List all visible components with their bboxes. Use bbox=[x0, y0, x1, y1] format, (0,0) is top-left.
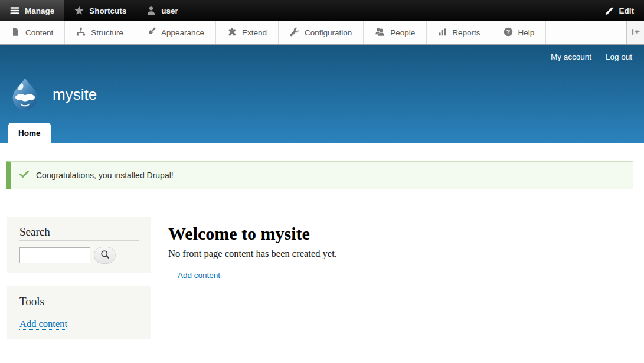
page-title: Welcome to mysite bbox=[168, 224, 337, 243]
toolbar-item-user[interactable]: user bbox=[136, 0, 188, 21]
toolbar-item-label: Manage bbox=[25, 6, 54, 15]
block-divider bbox=[19, 310, 139, 310]
tray-item-structure[interactable]: Structure bbox=[65, 21, 135, 44]
magnifier-icon bbox=[100, 250, 110, 261]
site-header: My account Log out mysite Home bbox=[0, 45, 644, 143]
pencil-icon bbox=[605, 6, 614, 15]
file-icon bbox=[11, 27, 20, 38]
status-message: Congratulations, you installed Drupal! bbox=[6, 161, 633, 189]
druplicon-logo[interactable] bbox=[8, 77, 42, 113]
puzzle-icon bbox=[227, 27, 237, 38]
toolbar-item-label: user bbox=[161, 6, 178, 15]
tray-item-label: People bbox=[390, 28, 415, 37]
toolbar-orientation-toggle-icon bbox=[631, 27, 640, 39]
add-content-link[interactable]: Add content bbox=[178, 271, 220, 280]
edit-label: Edit bbox=[619, 6, 635, 15]
tray-item-label: Appearance bbox=[161, 28, 204, 37]
search-block-title: Search bbox=[19, 225, 139, 238]
empty-frontpage-text: No front page content has been created y… bbox=[168, 248, 337, 260]
tray-spacer bbox=[546, 21, 626, 44]
user-icon bbox=[146, 6, 156, 15]
menu-icon bbox=[10, 6, 19, 15]
sidebar: Search Tools Add content bbox=[7, 217, 151, 339]
tray-item-label: Help bbox=[518, 28, 535, 37]
tray-item-extend[interactable]: Extend bbox=[216, 21, 279, 44]
site-branding[interactable]: mysite bbox=[8, 77, 97, 113]
admin-toolbar: Manage Shortcuts user Edit bbox=[0, 0, 644, 21]
toolbar-item-manage[interactable]: Manage bbox=[0, 0, 64, 21]
tools-block-title: Tools bbox=[19, 295, 139, 308]
wrench-icon bbox=[290, 27, 299, 38]
tray-item-configuration[interactable]: Configuration bbox=[279, 21, 364, 44]
checkmark-icon bbox=[19, 170, 29, 181]
node-links: Add content bbox=[178, 270, 337, 280]
tray-item-label: Content bbox=[25, 28, 53, 37]
tray-item-label: Structure bbox=[91, 28, 123, 37]
page-layout: Search Tools Add content Welcome to mysi… bbox=[6, 217, 633, 339]
admin-tray: Content Structure Appearance Extend Conf… bbox=[0, 21, 644, 45]
tray-item-label: Extend bbox=[242, 28, 267, 37]
content-region: Congratulations, you installed Drupal! S… bbox=[0, 161, 644, 339]
bar-chart-icon bbox=[438, 27, 447, 38]
status-message-text: Congratulations, you installed Drupal! bbox=[36, 171, 174, 180]
toolbar-spacer bbox=[188, 0, 595, 21]
tools-block: Tools Add content bbox=[7, 286, 151, 339]
block-divider bbox=[19, 240, 139, 241]
search-form bbox=[19, 247, 139, 264]
people-icon bbox=[375, 27, 385, 38]
primary-tabs: Home bbox=[8, 123, 51, 143]
toolbar-orientation-toggle[interactable] bbox=[626, 21, 644, 44]
toolbar-item-label: Shortcuts bbox=[89, 6, 126, 15]
log-out-link[interactable]: Log out bbox=[606, 53, 632, 61]
paintbrush-icon bbox=[146, 27, 156, 38]
toolbar-item-shortcuts[interactable]: Shortcuts bbox=[64, 0, 136, 21]
tab-home[interactable]: Home bbox=[8, 123, 51, 143]
sitemap-icon bbox=[76, 27, 86, 38]
tray-item-content[interactable]: Content bbox=[0, 21, 65, 44]
tools-menu: Add content bbox=[19, 318, 139, 330]
star-icon bbox=[74, 6, 84, 15]
search-input[interactable] bbox=[19, 247, 90, 263]
svg-text:?: ? bbox=[506, 28, 509, 35]
site-name[interactable]: mysite bbox=[53, 86, 97, 104]
tray-item-label: Reports bbox=[452, 28, 480, 37]
help-icon: ? bbox=[504, 27, 513, 38]
tray-item-people[interactable]: People bbox=[364, 21, 427, 44]
tray-item-reports[interactable]: Reports bbox=[427, 21, 492, 44]
edit-button[interactable]: Edit bbox=[595, 0, 644, 21]
secondary-menu: My account Log out bbox=[551, 53, 632, 61]
tray-item-label: Configuration bbox=[305, 28, 352, 37]
search-block: Search bbox=[7, 217, 151, 273]
tools-add-content-link[interactable]: Add content bbox=[19, 318, 67, 330]
main-content: Welcome to mysite No front page content … bbox=[168, 217, 337, 339]
tray-item-help[interactable]: ? Help bbox=[492, 21, 547, 44]
search-button[interactable] bbox=[94, 247, 116, 264]
my-account-link[interactable]: My account bbox=[551, 53, 591, 61]
tray-item-appearance[interactable]: Appearance bbox=[135, 21, 216, 44]
